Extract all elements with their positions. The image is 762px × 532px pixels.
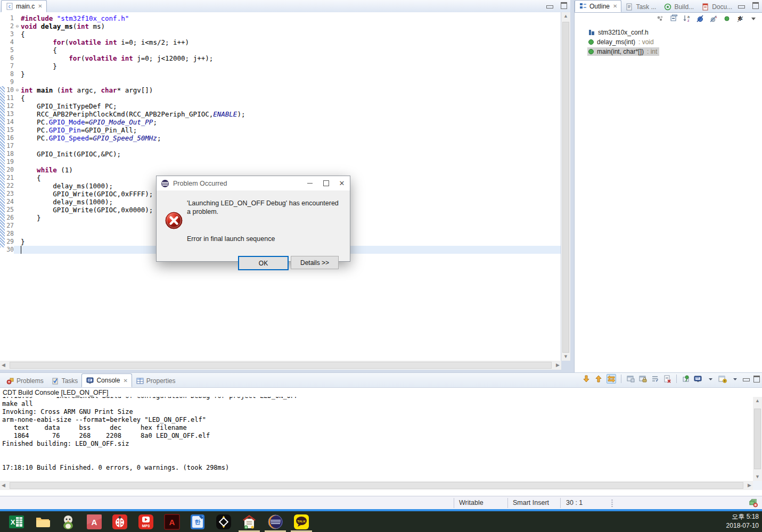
tab-task[interactable]: Task ... <box>621 1 660 12</box>
taskbar-clock[interactable]: 오후 5:18 2018-07-10 <box>726 512 759 530</box>
taskbar-eclipse-icon[interactable] <box>267 514 283 530</box>
next-marker-icon[interactable] <box>582 375 591 383</box>
code-line[interactable]: 9 <box>0 78 561 86</box>
show-stdout-icon[interactable] <box>626 375 635 383</box>
editor-vertical-scrollbar[interactable]: ▲ ▼ <box>561 12 570 361</box>
code-line[interactable]: 6 for(volatile int j=0; j<12000; j++); <box>0 54 561 62</box>
dialog-maximize-icon[interactable] <box>318 176 334 190</box>
minimize-icon[interactable] <box>546 5 553 9</box>
fold-gutter <box>14 70 21 78</box>
hide-non-public-icon[interactable] <box>723 14 731 23</box>
close-icon[interactable]: ✕ <box>123 378 127 384</box>
clear-console-icon[interactable] <box>663 375 671 383</box>
code-line[interactable]: 7 } <box>0 62 561 70</box>
show-on-change-icon[interactable] <box>607 374 616 384</box>
taskbar-autocad-icon[interactable]: A <box>86 514 102 530</box>
view-menu-icon[interactable] <box>749 14 758 23</box>
taskbar-home-app-icon[interactable] <box>241 514 257 530</box>
outline-item-label: stm32f10x_conf.h <box>598 29 649 36</box>
fold-marker-icon[interactable]: ⊖ <box>14 22 21 30</box>
pin-console-icon[interactable] <box>682 375 690 383</box>
ok-button[interactable]: OK <box>238 256 289 270</box>
code-line[interactable]: 10⊖int main (int argc, char* argv[]) <box>0 86 561 94</box>
previous-marker-icon[interactable] <box>594 375 603 383</box>
maximize-icon[interactable] <box>561 2 567 9</box>
code-line[interactable]: 16 PC.GPIO_Speed=GPIO_Speed_50MHz; <box>0 134 561 142</box>
error-icon <box>165 212 183 231</box>
taskbar-mascot-app-icon[interactable] <box>60 514 76 530</box>
custom-filters-icon[interactable] <box>656 14 665 23</box>
code-line[interactable]: 3{ <box>0 30 561 38</box>
taskbar-kakaotalk-icon[interactable]: TALK <box>293 514 309 530</box>
dialog-minimize-icon[interactable] <box>302 176 318 190</box>
console-dropdown-icon[interactable] <box>706 375 715 383</box>
display-console-icon[interactable] <box>694 375 702 383</box>
taskbar-explorer-icon[interactable] <box>35 514 51 530</box>
taskbar-excel-icon[interactable]: X <box>9 514 24 530</box>
code-line[interactable]: 12 GPIO_InitTypeDef PC; <box>0 102 561 110</box>
code-line[interactable]: 13 RCC_APB2PeriphClockCmd(RCC_APB2Periph… <box>0 110 561 118</box>
code-line[interactable]: 4 for(volatile int i=0; i<ms/2; i++) <box>0 38 561 46</box>
taskbar-acrobat-icon[interactable]: A <box>164 514 180 530</box>
tab-outline[interactable]: Outline✕ <box>575 0 621 12</box>
console-output[interactable]: 17:18:09 **** Incremental Build of confi… <box>0 397 753 481</box>
word-wrap-icon[interactable] <box>651 375 659 383</box>
outline-item[interactable]: main(int, char*[]) : int <box>575 47 762 56</box>
fold-gutter <box>14 214 21 222</box>
show-stderr-icon[interactable] <box>638 375 647 383</box>
close-icon[interactable]: ✕ <box>38 3 42 9</box>
open-console-dropdown-icon[interactable] <box>731 375 739 383</box>
fold-marker-icon[interactable]: ⊖ <box>14 86 21 94</box>
maximize-icon[interactable] <box>752 2 759 9</box>
tab-properties[interactable]: Properties <box>132 375 179 387</box>
tab-main-c[interactable]: c main.c ✕ <box>1 0 47 12</box>
maximize-icon[interactable] <box>753 376 760 383</box>
hide-static-icon[interactable]: s <box>709 14 718 23</box>
sort-icon[interactable]: az <box>683 14 691 23</box>
taskbar-hwp-icon[interactable]: 한 <box>190 514 206 530</box>
taskbar-alyac-icon[interactable] <box>112 514 128 530</box>
tab-docu[interactable]: Docu... <box>698 1 736 12</box>
minimize-icon[interactable] <box>738 5 745 9</box>
tab-problems[interactable]: Problems <box>2 375 47 387</box>
outline-item[interactable]: delay_ms(int) : void <box>575 37 762 47</box>
background-operations-icon[interactable] <box>749 498 758 507</box>
svg-text:A: A <box>169 518 175 527</box>
fold-gutter <box>14 190 21 198</box>
code-line[interactable]: 8} <box>0 70 561 78</box>
outline-tree: stm32f10x_conf.hdelay_ms(int) : voidmain… <box>575 24 762 56</box>
details-button[interactable]: Details >> <box>291 256 339 269</box>
console-line <box>2 456 753 464</box>
code-line[interactable]: 1#include "stm32f10x_conf.h" <box>0 14 561 22</box>
code-line[interactable]: 5 { <box>0 46 561 54</box>
tab-build[interactable]: Build... <box>660 1 698 12</box>
dialog-close-icon[interactable]: ✕ <box>334 176 350 190</box>
dialog-titlebar[interactable]: Problem Occurred ✕ <box>157 176 350 190</box>
tab-tasks[interactable]: Tasks <box>47 375 82 387</box>
hide-fields-icon[interactable] <box>696 14 704 23</box>
code-line[interactable]: 20 while (1) <box>0 166 561 174</box>
tab-console[interactable]: Console✕ <box>81 373 132 387</box>
open-console-icon[interactable] <box>718 375 727 383</box>
taskbar-mp3-icon[interactable]: MP3 <box>138 514 154 530</box>
tasklisticon-icon <box>625 3 634 11</box>
code-line[interactable]: 2⊖void delay_ms(int ms) <box>0 22 561 30</box>
code-line[interactable]: 11{ <box>0 94 561 102</box>
statusbar-drag-handle[interactable] <box>611 499 613 507</box>
code-line[interactable]: 15 PC.GPIO_Pin=GPIO_Pin_All; <box>0 126 561 134</box>
minimize-icon[interactable] <box>743 378 750 381</box>
code-text <box>21 158 561 166</box>
code-line[interactable]: 18 GPIO_Init(GPIOC,&PC); <box>0 150 561 158</box>
code-line[interactable]: 14 PC.GPIO_Mode=GPIO_Mode_Out_PP; <box>0 118 561 126</box>
collapse-all-icon[interactable] <box>669 14 678 23</box>
taskbar-devtool-icon[interactable] <box>216 514 232 530</box>
close-icon[interactable]: ✕ <box>613 3 617 9</box>
tab-label: Outline <box>589 3 610 10</box>
code-line[interactable]: 19 <box>0 158 561 166</box>
code-line[interactable]: 17 <box>0 142 561 150</box>
editor-horizontal-scrollbar[interactable]: ◀ ▶ <box>0 361 561 370</box>
hide-inactive-icon[interactable]: ✱ <box>736 14 744 23</box>
outline-item[interactable]: stm32f10x_conf.h <box>575 28 762 37</box>
console-vertical-scrollbar[interactable]: ▲ ▼ <box>753 397 762 481</box>
console-horizontal-scrollbar[interactable]: ◀ ▶ <box>0 481 753 490</box>
